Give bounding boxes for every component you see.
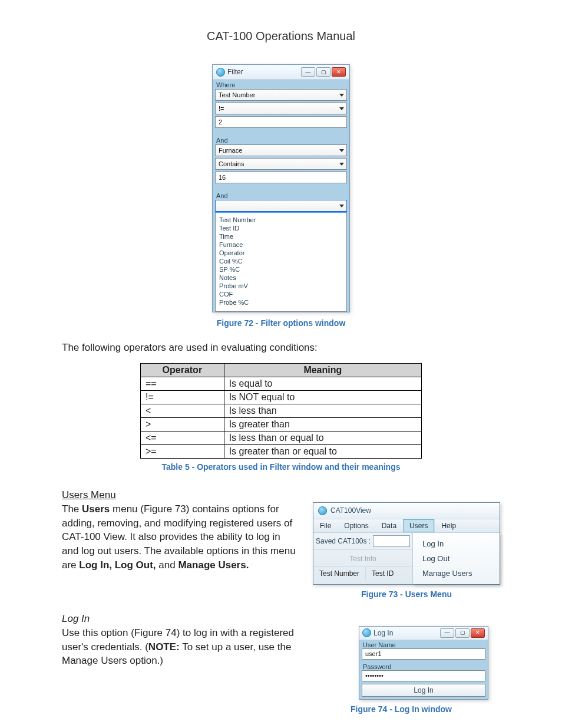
- saved-cat100s-label: Saved CAT100s :: [316, 537, 371, 545]
- username-label: User Name: [359, 640, 488, 648]
- users-menu-heading: Users Menu: [62, 489, 500, 501]
- table-row: >=Is greater than or equal to: [141, 444, 422, 458]
- login-app-icon: [362, 628, 371, 637]
- login-heading: Log In: [62, 613, 500, 625]
- op-cell: <: [141, 404, 224, 417]
- close-button[interactable]: ✕: [471, 628, 485, 638]
- cat100view-titlebar: CAT100View: [313, 503, 500, 519]
- login-paragraph: Use this option (Figure 74) to log in wi…: [62, 626, 297, 668]
- cat100view-icon: [318, 506, 327, 515]
- username-value: user1: [365, 650, 382, 657]
- login-titlebar: Log In — ▢ ✕: [359, 627, 488, 640]
- filter-app-icon: [216, 68, 225, 77]
- operator1-combo[interactable]: !=: [215, 103, 347, 114]
- chevron-down-icon: [339, 107, 344, 110]
- meaning-cell: Is equal to: [224, 377, 421, 390]
- close-button[interactable]: ✕: [332, 67, 346, 77]
- table-row: !=Is NOT equal to: [141, 390, 422, 404]
- cat100view-title-text: CAT100View: [330, 506, 371, 515]
- op-cell: ==: [141, 377, 224, 390]
- chevron-down-icon: [339, 94, 344, 97]
- dropdown-option[interactable]: Probe mV: [219, 282, 343, 290]
- value1-input[interactable]: 2: [215, 116, 347, 128]
- chevron-down-icon: [339, 149, 344, 152]
- menu-data[interactable]: Data: [375, 519, 403, 532]
- op-cell: <=: [141, 431, 224, 444]
- and-label-2: And: [213, 190, 349, 200]
- maximize-button[interactable]: ▢: [455, 628, 470, 638]
- filter-window-title: Filter: [227, 68, 299, 76]
- login-window-title: Log In: [373, 629, 438, 637]
- field2-value: Furnace: [219, 147, 242, 154]
- filter-titlebar: Filter — ▢ ✕: [213, 65, 349, 80]
- where-label: Where: [213, 80, 349, 89]
- meaning-cell: Is greater than: [224, 417, 421, 431]
- table-row: >Is greater than: [141, 417, 422, 431]
- op-cell: >: [141, 417, 224, 431]
- login-window: Log In — ▢ ✕ User Name user1 Password ••…: [359, 626, 488, 700]
- dropdown-option[interactable]: Notes: [219, 274, 343, 282]
- table-row: <=Is less than or equal to: [141, 431, 422, 444]
- dropdown-option[interactable]: COF: [219, 290, 343, 298]
- menubar: File Options Data Users Help: [313, 519, 500, 533]
- dropdown-option[interactable]: Test ID: [219, 224, 343, 232]
- field1-combo[interactable]: Test Number: [215, 89, 347, 101]
- meaning-cell: Is less than: [224, 404, 421, 417]
- dropdown-option[interactable]: Test Number: [219, 216, 343, 224]
- figure-73-caption: Figure 73 - Users Menu: [313, 589, 500, 599]
- password-input[interactable]: ••••••••: [362, 670, 485, 681]
- meaning-cell: Is less than or equal to: [224, 431, 421, 444]
- intro-paragraph: The following operators are used in eval…: [62, 341, 500, 355]
- field3-dropdown-open: Test Number Test ID Time Furnace Operato…: [215, 212, 347, 312]
- password-value: ••••••••: [365, 672, 384, 679]
- op-cell: >=: [141, 444, 224, 458]
- minimize-button[interactable]: —: [440, 628, 454, 638]
- figure-72-caption: Figure 72 - Filter options window: [62, 318, 500, 328]
- page-title: CAT-100 Operations Manual: [62, 29, 500, 43]
- test-info-label: Test Info: [313, 549, 412, 566]
- menu-options[interactable]: Options: [338, 519, 375, 532]
- menu-item-log-out[interactable]: Log Out: [413, 551, 500, 566]
- chevron-down-icon: [339, 205, 344, 207]
- saved-cat100s-combo[interactable]: [373, 535, 410, 547]
- field2-combo[interactable]: Furnace: [215, 144, 347, 156]
- operator-header: Operator: [141, 363, 224, 377]
- operator2-value: Contains: [219, 160, 244, 167]
- value1-text: 2: [219, 118, 222, 126]
- field1-value: Test Number: [219, 91, 255, 98]
- table-row: ==Is equal to: [141, 377, 422, 390]
- dropdown-option[interactable]: Furnace: [219, 241, 343, 249]
- menu-item-manage-users[interactable]: Manage Users: [413, 566, 500, 581]
- chevron-down-icon: [339, 163, 344, 166]
- menu-users[interactable]: Users: [403, 519, 434, 532]
- username-input[interactable]: user1: [362, 648, 485, 660]
- users-menu-paragraph: The Users menu (Figure 73) contains opti…: [62, 502, 296, 572]
- dropdown-option[interactable]: Time: [219, 232, 343, 241]
- figure-74-caption: Figure 74 - Log In window: [314, 704, 488, 714]
- table-header-row: Test Number Test ID: [313, 566, 412, 580]
- menu-item-log-in[interactable]: Log In: [413, 536, 500, 551]
- operator1-value: !=: [219, 105, 224, 112]
- login-button[interactable]: Log In: [362, 684, 485, 697]
- and-label-1: And: [213, 135, 349, 144]
- value2-text: 16: [219, 174, 226, 181]
- cat100view-window: CAT100View File Options Data Users Help …: [313, 502, 500, 585]
- filter-window: Filter — ▢ ✕ Where Test Number != 2 And: [212, 64, 350, 312]
- operator2-combo[interactable]: Contains: [215, 158, 347, 170]
- dropdown-option[interactable]: SP %C: [219, 265, 343, 274]
- menu-help[interactable]: Help: [434, 519, 462, 532]
- field3-option-list: Test Number Test ID Time Furnace Operato…: [219, 216, 343, 307]
- dropdown-option[interactable]: Operator: [219, 249, 343, 257]
- minimize-button[interactable]: —: [301, 67, 315, 77]
- meaning-header: Meaning: [224, 363, 421, 377]
- users-dropdown: Log In Log Out Manage Users: [412, 533, 500, 584]
- field3-combo[interactable]: [215, 200, 347, 212]
- op-cell: !=: [141, 390, 224, 404]
- menu-file[interactable]: File: [313, 519, 338, 532]
- meaning-cell: Is NOT equal to: [224, 390, 421, 404]
- dropdown-option[interactable]: Coil %C: [219, 257, 343, 265]
- value2-input[interactable]: 16: [215, 172, 347, 183]
- dropdown-option[interactable]: Probe %C: [219, 298, 343, 307]
- col-test-id: Test ID: [365, 567, 399, 580]
- maximize-button[interactable]: ▢: [316, 67, 330, 77]
